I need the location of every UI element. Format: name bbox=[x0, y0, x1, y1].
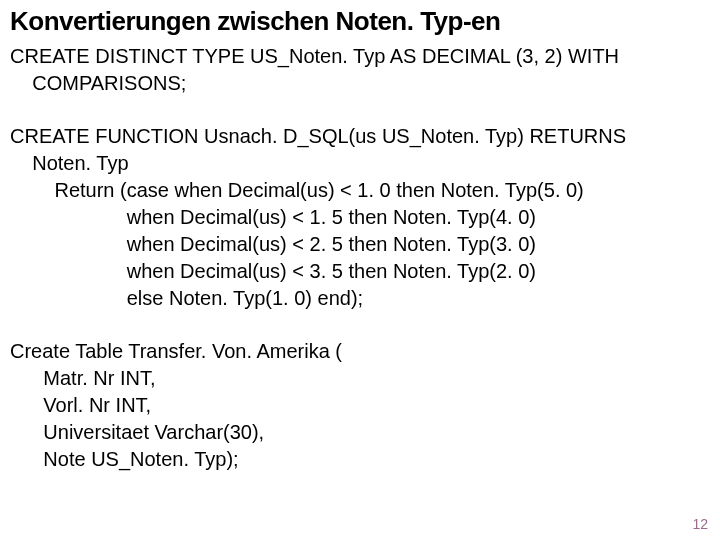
page-number: 12 bbox=[692, 516, 708, 532]
code-block-create-type: CREATE DISTINCT TYPE US_Noten. Typ AS DE… bbox=[10, 43, 710, 97]
slide: Konvertierungen zwischen Noten. Typ-en C… bbox=[0, 0, 720, 540]
slide-title: Konvertierungen zwischen Noten. Typ-en bbox=[10, 6, 710, 37]
code-block-create-table: Create Table Transfer. Von. Amerika ( Ma… bbox=[10, 338, 710, 473]
code-block-create-function: CREATE FUNCTION Usnach. D_SQL(us US_Note… bbox=[10, 123, 710, 312]
